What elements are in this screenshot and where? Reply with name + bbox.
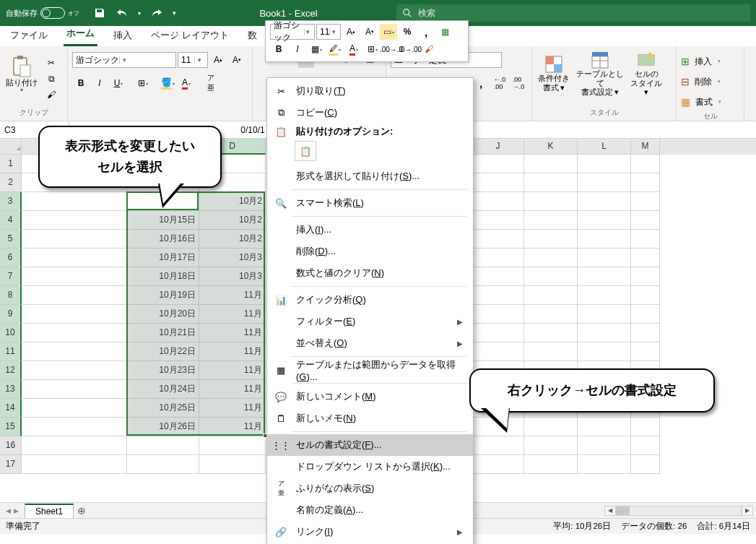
- highlight-icon[interactable]: ▭▾: [380, 24, 397, 40]
- mini-font-name[interactable]: 游ゴシック▾: [270, 24, 315, 40]
- cell[interactable]: [524, 455, 578, 474]
- cell[interactable]: [22, 380, 127, 399]
- insert-cells-button[interactable]: ⊞ 挿入 ▾: [681, 52, 739, 71]
- cell[interactable]: 10月19日: [127, 286, 199, 305]
- tab-file[interactable]: ファイル: [7, 26, 51, 46]
- undo-dropdown-icon[interactable]: ▼: [134, 3, 144, 23]
- cell[interactable]: [472, 267, 524, 286]
- cell[interactable]: [631, 249, 660, 267]
- cell[interactable]: [472, 230, 524, 249]
- cell[interactable]: 10月3: [199, 249, 266, 267]
- cell[interactable]: [631, 230, 660, 249]
- col-header[interactable]: J: [472, 139, 524, 155]
- cell[interactable]: 10月26日: [127, 418, 199, 436]
- row-header[interactable]: 17: [0, 455, 22, 474]
- cell[interactable]: [22, 399, 127, 418]
- cm-cut[interactable]: ✂切り取り(T): [267, 80, 473, 102]
- cell[interactable]: [22, 455, 127, 474]
- table-icon[interactable]: ▦: [436, 24, 453, 40]
- cell[interactable]: [22, 436, 127, 455]
- cell[interactable]: 11月: [199, 286, 266, 305]
- delete-cells-button[interactable]: ⊟ 削除 ▾: [681, 72, 739, 91]
- col-header[interactable]: M: [631, 139, 660, 155]
- cell[interactable]: [578, 305, 631, 324]
- cell[interactable]: 11月: [199, 324, 266, 342]
- row-header[interactable]: 6: [0, 249, 22, 267]
- borders-button[interactable]: ⊞▾: [134, 75, 152, 91]
- comma-style-icon[interactable]: ,: [472, 75, 490, 91]
- qat-customize-icon[interactable]: ▾: [168, 3, 181, 23]
- cm-furigana[interactable]: ア亜ふりがなの表示(S): [267, 478, 473, 499]
- cell[interactable]: [524, 155, 578, 173]
- cell[interactable]: [524, 286, 578, 305]
- cell[interactable]: 10月2: [199, 192, 266, 211]
- cell[interactable]: [578, 249, 631, 267]
- sheet-nav[interactable]: ◀▶: [0, 507, 25, 514]
- sheet-tab[interactable]: Sheet1: [25, 504, 74, 518]
- cell[interactable]: [631, 155, 660, 173]
- row-header[interactable]: 5: [0, 230, 22, 249]
- select-all-corner[interactable]: [0, 139, 22, 155]
- cell[interactable]: [631, 342, 660, 361]
- cell[interactable]: [472, 305, 524, 324]
- bold-button[interactable]: B: [72, 75, 90, 91]
- format-as-table-button[interactable]: テーブルとして書式設定 ▾: [574, 49, 626, 98]
- percent-icon[interactable]: %: [399, 24, 416, 40]
- cm-get-data[interactable]: ▦テーブルまたは範囲からデータを取得(G)...: [267, 359, 473, 381]
- scroll-right-icon[interactable]: ▶: [742, 506, 753, 516]
- cell[interactable]: 11月: [199, 305, 266, 324]
- decrease-font-icon[interactable]: A▾: [361, 24, 378, 40]
- format-painter-icon[interactable]: 🖌: [42, 87, 61, 102]
- phonetic-button[interactable]: ア亜: [202, 75, 220, 91]
- fontcolor-button[interactable]: A▾: [178, 75, 195, 91]
- border2-icon[interactable]: ⊞▾: [364, 41, 381, 57]
- cell[interactable]: [472, 436, 524, 455]
- cm-insert[interactable]: 挿入(I)...: [267, 219, 473, 241]
- undo-icon[interactable]: [111, 3, 134, 23]
- cell[interactable]: 10月22日: [127, 342, 199, 361]
- cell[interactable]: [578, 418, 631, 436]
- cut-icon[interactable]: ✂: [42, 56, 61, 70]
- horizontal-scrollbar[interactable]: [616, 506, 742, 516]
- cell[interactable]: [631, 324, 660, 342]
- cell[interactable]: [524, 249, 578, 267]
- increase-font-icon[interactable]: A▴: [342, 24, 360, 40]
- cell[interactable]: [472, 211, 524, 230]
- tab-home[interactable]: ホーム: [64, 24, 97, 46]
- row-header[interactable]: 7: [0, 267, 22, 286]
- cell[interactable]: 10月21日: [127, 324, 199, 342]
- italic-button[interactable]: I: [91, 75, 108, 91]
- cell[interactable]: [578, 267, 631, 286]
- cell[interactable]: 10月2: [199, 230, 266, 249]
- cell[interactable]: [524, 305, 578, 324]
- cell[interactable]: 11月: [199, 342, 266, 361]
- cell[interactable]: [472, 455, 524, 474]
- cell[interactable]: [22, 418, 127, 436]
- cell[interactable]: 11月: [199, 418, 266, 436]
- cell[interactable]: 11月: [199, 380, 266, 399]
- col-header[interactable]: K: [524, 139, 578, 155]
- cell[interactable]: [472, 249, 524, 267]
- cell[interactable]: 10月15日: [127, 211, 199, 230]
- cell[interactable]: 10月18日: [127, 267, 199, 286]
- search-box[interactable]: 検索: [396, 4, 750, 22]
- cell[interactable]: [524, 342, 578, 361]
- copy-icon[interactable]: ⧉: [42, 72, 61, 86]
- conditional-format-button[interactable]: 条件付き書式 ▾: [536, 49, 571, 98]
- cell[interactable]: [631, 267, 660, 286]
- format-cells-button[interactable]: ▦ 書式 ▾: [681, 92, 739, 111]
- row-header[interactable]: 4: [0, 211, 22, 230]
- cm-delete[interactable]: 削除(D)...: [267, 241, 473, 262]
- cell[interactable]: [22, 286, 127, 305]
- cm-dropdown-pick[interactable]: ドロップダウン リストから選択(K)...: [267, 456, 473, 478]
- cell[interactable]: [22, 305, 127, 324]
- cell[interactable]: [578, 192, 631, 211]
- cell[interactable]: 10月24日: [127, 380, 199, 399]
- grow-font-icon[interactable]: A▴: [209, 52, 227, 68]
- cell[interactable]: [578, 286, 631, 305]
- cell[interactable]: [472, 155, 524, 173]
- cell[interactable]: [578, 436, 631, 455]
- cell[interactable]: [22, 249, 127, 267]
- cell[interactable]: 10月16日: [127, 230, 199, 249]
- cell[interactable]: [631, 192, 660, 211]
